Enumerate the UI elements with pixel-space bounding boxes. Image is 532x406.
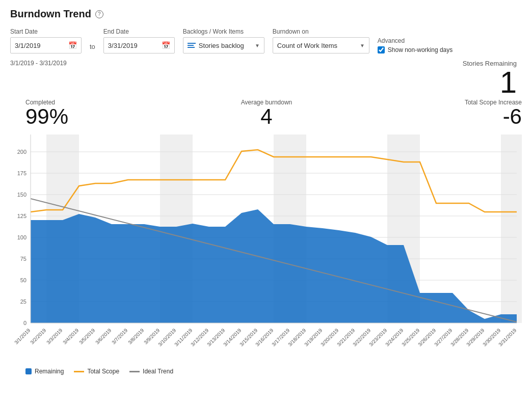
- burndown-label: Burndown on: [273, 28, 369, 35]
- svg-rect-0: [188, 43, 196, 44]
- burndown-chart: 0 25 50 75 100 125 150 175 200: [10, 129, 522, 364]
- start-date-label: Start Date: [10, 28, 82, 35]
- chart-area: 0 25 50 75 100 125 150 175 200: [10, 129, 522, 364]
- chart-legend: Remaining Total Scope Ideal Trend: [10, 368, 522, 375]
- burndown-value: Count of Work Items: [277, 42, 358, 49]
- end-date-input-wrap[interactable]: 3/31/2019 📅: [103, 37, 175, 53]
- legend-ideal-trend-label: Ideal Trend: [143, 368, 173, 375]
- xlabel-4: 3/4/2019: [62, 327, 80, 345]
- remaining-color-swatch: [25, 368, 32, 374]
- page-title: Burndown Trend: [10, 8, 91, 20]
- weekend-band-5: [501, 134, 522, 323]
- help-icon[interactable]: ?: [95, 10, 103, 18]
- burndown-chevron-icon: ▼: [360, 43, 365, 48]
- show-nonworking-wrap: Show non-working days: [378, 46, 453, 53]
- end-date-calendar-icon[interactable]: 📅: [162, 41, 170, 49]
- ylabel-75: 75: [20, 256, 26, 262]
- start-date-group: Start Date 3/1/2019 📅: [10, 28, 82, 53]
- legend-remaining-label: Remaining: [35, 368, 64, 375]
- backlogs-label: Backlogs / Work Items: [183, 28, 264, 35]
- page-header: Burndown Trend ?: [10, 8, 522, 20]
- end-date-input[interactable]: 3/31/2019: [108, 42, 159, 49]
- start-date-calendar-icon[interactable]: 📅: [68, 41, 77, 49]
- advanced-label: Advanced: [378, 37, 453, 44]
- end-date-group: End Date 3/31/2019 📅: [103, 28, 175, 53]
- xlabel-3: 3/3/2019: [45, 327, 64, 345]
- backlogs-value: Stories backlog: [199, 42, 253, 49]
- burndown-dropdown[interactable]: Count of Work Items ▼: [273, 37, 369, 53]
- burndown-group: Burndown on Count of Work Items ▼: [273, 28, 369, 53]
- remaining-area: [31, 209, 517, 323]
- avg-burndown-stat: Average burndown 4: [241, 99, 292, 127]
- ylabel-100: 100: [17, 234, 26, 240]
- xlabel-6: 3/6/2019: [94, 327, 113, 345]
- end-date-label: End Date: [103, 28, 175, 35]
- advanced-group: Advanced Show non-working days: [378, 37, 453, 53]
- ylabel-175: 175: [17, 170, 26, 176]
- svg-rect-1: [188, 45, 194, 46]
- avg-burndown-value: 4: [241, 106, 292, 127]
- legend-remaining: Remaining: [25, 368, 64, 375]
- xlabel-1: 3/1/2019: [13, 327, 32, 345]
- show-nonworking-label: Show non-working days: [388, 46, 453, 53]
- x-axis: 3/1/2019 3/2/2019 3/3/2019 3/4/2019 3/5/…: [13, 327, 518, 347]
- page-container: Burndown Trend ? Start Date 3/1/2019 📅 t…: [0, 0, 532, 406]
- start-date-input[interactable]: 3/1/2019: [15, 42, 66, 49]
- total-scope-value: -6: [503, 106, 522, 127]
- to-separator: to: [90, 43, 95, 50]
- ylabel-150: 150: [17, 192, 26, 198]
- legend-total-scope-label: Total Scope: [87, 368, 119, 375]
- total-scope-stat: Total Scope Increase -6: [465, 99, 522, 127]
- ideal-trend-color-swatch: [129, 371, 140, 372]
- total-scope-color-swatch: [74, 371, 84, 372]
- svg-rect-2: [188, 47, 195, 48]
- stories-remaining-value: 1: [500, 67, 517, 98]
- ylabel-125: 125: [17, 213, 26, 219]
- backlogs-dropdown[interactable]: Stories backlog ▼: [183, 37, 264, 53]
- xlabel-8: 3/8/2019: [127, 327, 145, 345]
- ylabel-50: 50: [20, 277, 26, 283]
- xlabel-2: 3/2/2019: [29, 327, 47, 345]
- ylabel-200: 200: [17, 149, 26, 155]
- backlogs-chevron-icon: ▼: [255, 43, 260, 48]
- xlabel-5: 3/5/2019: [78, 327, 96, 345]
- completed-stat: Completed 99%: [25, 99, 68, 127]
- xlabel-7: 3/7/2019: [111, 327, 129, 345]
- stories-remaining-block: Stories Remaining 1: [463, 60, 522, 98]
- ylabel-0: 0: [23, 320, 26, 326]
- legend-ideal-trend: Ideal Trend: [129, 368, 173, 375]
- show-nonworking-checkbox[interactable]: [378, 46, 385, 53]
- completed-value: 99%: [25, 106, 68, 127]
- chart-date-range: 3/1/2019 - 3/31/2019 Stories Remaining 1: [10, 60, 522, 98]
- backlogs-group: Backlogs / Work Items Stories backlog ▼: [183, 28, 264, 53]
- legend-total-scope: Total Scope: [74, 368, 119, 375]
- start-date-input-wrap[interactable]: 3/1/2019 📅: [10, 37, 82, 53]
- stats-row: Completed 99% Average burndown 4 Total S…: [10, 99, 522, 127]
- controls-bar: Start Date 3/1/2019 📅 to End Date 3/31/2…: [10, 28, 522, 53]
- date-range-text: 3/1/2019 - 3/31/2019: [10, 60, 67, 67]
- ylabel-25: 25: [20, 299, 26, 305]
- backlog-icon: [188, 43, 196, 48]
